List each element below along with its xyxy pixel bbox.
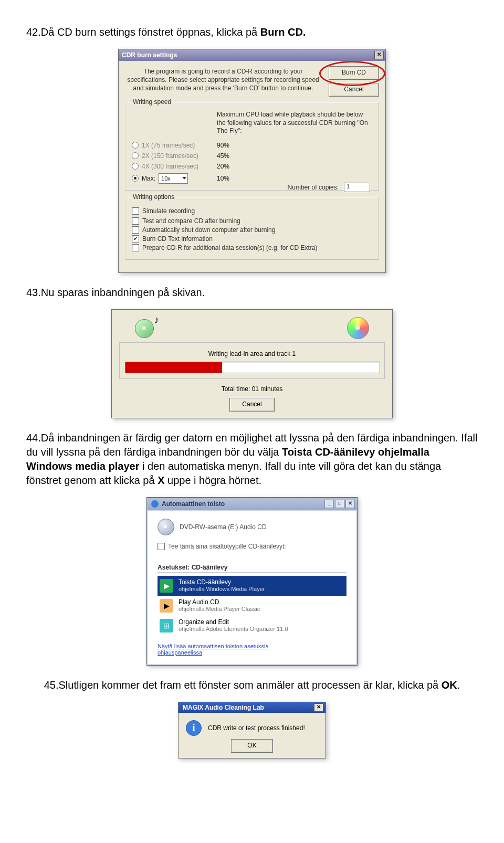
burn-cd-button[interactable]: Burn CD [329,66,379,80]
writing-options-group: Writing options Simulate recording Numbe… [125,197,379,260]
organize-icon: ⊞ [160,619,173,633]
total-time-label: Total time: 01 minutes [119,385,385,393]
copies-input[interactable]: 1 [344,183,370,192]
info-icon: i [186,720,202,736]
checkbox-icon [132,217,139,225]
chevron-down-icon [182,177,186,180]
radio-icon [132,142,139,149]
copies-label: Number of copies: [288,184,339,191]
speed-max-radio[interactable]: Max: 10x [132,173,211,184]
magix-msg-text: CDR write or test process finished! [208,724,305,732]
cdr-titlebar[interactable]: CDR burn settings ✕ [119,49,385,61]
autoplay-item-mpc[interactable]: ▶ Play Audio CDohjelmalla Media Player C… [158,596,346,616]
minimize-icon[interactable]: _ [324,500,334,508]
radio-icon [132,163,139,170]
speed-max-pct: 10% [217,175,372,182]
track-progress-group: Writing lead-in area and track 1 [119,342,385,379]
writing-speed-legend: Writing speed [131,98,173,106]
ok-button[interactable]: OK [231,739,273,753]
source-disc-icon: ♪ [135,317,160,338]
app-icon [151,500,159,508]
progress-bar [125,362,380,373]
speed-1x-pct: 90% [217,142,372,149]
speed-4x-radio[interactable]: 4X (300 frames/sec) [132,163,211,170]
step-44-bold2: X [158,475,164,486]
step-43-text: 43.Nu sparas inbandningen på skivan. [26,286,478,300]
step-45-b: . [457,679,460,691]
checkbox-icon [132,207,139,215]
opt-simulate[interactable]: Simulate recording [132,207,372,215]
step-42-bold: Burn CD. [260,26,306,38]
autoplay-window: Automaattinen toisto _ □ ✕ DVD-RW-asema … [146,497,358,666]
mpc-icon: ▶ [160,599,173,613]
device-label: DVD-RW-asema (E:) Audio CD [180,523,267,531]
autoplay-title: Automaattinen toisto [162,500,225,508]
step-44-text: 44.Då inbandningen är färdig ger datorn … [26,431,478,488]
autoplay-titlebar[interactable]: Automaattinen toisto _ □ ✕ [147,498,357,510]
opt-test-compare[interactable]: Test and compare CD after burning [132,217,372,225]
step-45-text: 45.Slutligen kommer det fram ett fönster… [26,678,478,692]
autoplay-item-wmp[interactable]: ▶ Toista CD-äänilevyohjelmalla Windows M… [158,576,346,596]
opt-extra-session[interactable]: Prepare CD-R for additional data session… [132,244,372,251]
close-icon[interactable]: ✕ [345,500,355,508]
magix-titlebar[interactable]: MAGIX Audio Cleaning Lab ✕ [178,702,326,713]
autoplay-item-adobe[interactable]: ⊞ Organize and Editohjelmalla Adobe Elem… [158,616,346,636]
opt-cd-text[interactable]: Burn CD Text information [132,235,372,243]
speed-2x-radio[interactable]: 2X (150 frames/sec) [132,152,211,160]
settings-heading: Asetukset: CD-äänilevy [158,564,346,573]
cdr-title: CDR burn settings [122,51,374,59]
close-icon[interactable]: ✕ [314,703,323,712]
step-44-c: uppe i högra hörnet. [164,475,261,486]
step-42-pre: 42.Då CD burn settings fönstret öppnas, … [26,26,260,38]
step-45-bold: OK [442,679,457,691]
speed-max-combo[interactable]: 10x [159,173,188,184]
progress-fill [125,362,222,373]
checkbox-icon [132,235,139,243]
progress-cancel-button[interactable]: Cancel [229,398,275,412]
cdr-intro-text: The program is going to record a CD-R ac… [125,66,321,97]
step-42-text: 42.Då CD burn settings fönstret öppnas, … [26,25,478,39]
burn-progress-window: ♪ Writing lead-in area and track 1 Total… [111,309,393,418]
maximize-icon[interactable]: □ [335,500,344,508]
opt-shutdown[interactable]: Automatically shut down computer after b… [132,226,372,234]
speed-2x-pct: 45% [217,152,372,160]
track-label: Writing lead-in area and track 1 [125,350,379,357]
cpu-load-note: Maximum CPU load while playback should b… [217,111,372,135]
speed-4x-pct: 20% [217,163,372,170]
magix-msgbox: MAGIX Audio Cleaning Lab ✕ i CDR write o… [178,702,326,758]
checkbox-icon [158,543,165,550]
checkbox-icon [132,226,139,234]
target-disc-icon [347,317,369,339]
writing-options-legend: Writing options [131,193,176,201]
cdr-burn-settings-window: CDR burn settings ✕ The program is going… [118,49,386,273]
step-45-a: 45.Slutligen kommer det fram ett fönster… [44,679,442,691]
cancel-button[interactable]: Cancel [329,83,379,97]
writing-speed-group: Writing speed Maximum CPU load while pla… [125,102,379,191]
play-icon: ▶ [160,579,173,593]
autoplay-more-link[interactable]: Näytä lisää automaattisen toiston asetuk… [158,643,346,656]
checkbox-icon [132,244,139,251]
radio-icon [132,152,139,159]
radio-icon [132,175,139,182]
always-option[interactable]: Tee tämä aina sisältötyypille CD-äänilev… [158,543,346,550]
close-icon[interactable]: ✕ [374,51,384,59]
device-row: DVD-RW-asema (E:) Audio CD [158,519,346,535]
magix-title: MAGIX Audio Cleaning Lab [183,704,264,711]
speed-1x-radio[interactable]: 1X (75 frames/sec) [132,142,211,149]
cd-icon [158,519,174,535]
